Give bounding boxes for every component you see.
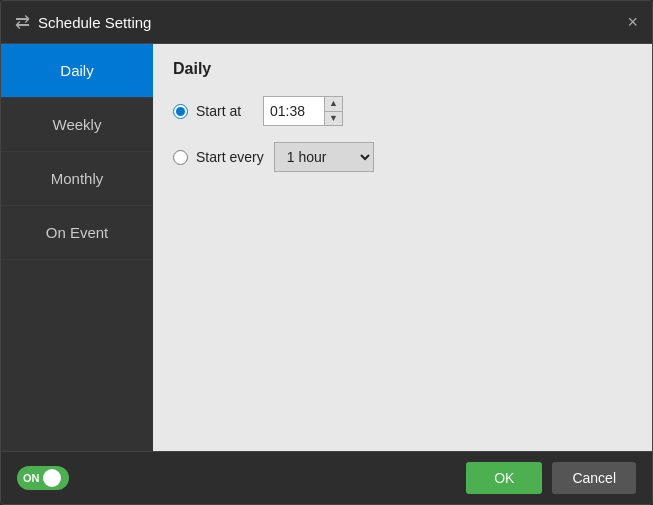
start-every-row: Start every 1 hour 2 hours 3 hours 6 hou… [173, 142, 632, 172]
toggle-knob [43, 469, 61, 487]
toggle-switch[interactable]: ON [17, 466, 69, 490]
spin-up-button[interactable]: ▲ [325, 97, 342, 111]
start-at-radio[interactable] [173, 104, 188, 119]
footer: ON OK Cancel [1, 451, 652, 504]
options-group: Start at ▲ ▼ Start every [173, 96, 632, 172]
schedule-icon: ⇄ [15, 11, 30, 33]
close-button[interactable]: × [627, 13, 638, 31]
toggle-slider [17, 466, 69, 490]
schedule-setting-dialog: ⇄ Schedule Setting × Daily Weekly Monthl… [0, 0, 653, 505]
sidebar-item-on-event[interactable]: On Event [1, 206, 153, 260]
start-every-dropdown[interactable]: 1 hour 2 hours 3 hours 6 hours 12 hours [274, 142, 374, 172]
start-every-label[interactable]: Start every [173, 149, 264, 165]
start-at-row: Start at ▲ ▼ [173, 96, 632, 126]
spin-down-button[interactable]: ▼ [325, 111, 342, 126]
spin-buttons: ▲ ▼ [324, 97, 342, 125]
sidebar-item-weekly[interactable]: Weekly [1, 98, 153, 152]
ok-button[interactable]: OK [466, 462, 542, 494]
title-bar-left: ⇄ Schedule Setting [15, 11, 151, 33]
sidebar: Daily Weekly Monthly On Event [1, 44, 153, 451]
sidebar-item-monthly[interactable]: Monthly [1, 152, 153, 206]
time-input-wrapper: ▲ ▼ [263, 96, 343, 126]
sidebar-item-daily[interactable]: Daily [1, 44, 153, 98]
time-input[interactable] [264, 97, 324, 125]
start-at-label[interactable]: Start at [173, 103, 253, 119]
main-content: Daily Weekly Monthly On Event Daily Star… [1, 44, 652, 451]
toggle-container: ON [17, 466, 69, 490]
title-bar: ⇄ Schedule Setting × [1, 1, 652, 44]
start-every-radio[interactable] [173, 150, 188, 165]
dialog-title: Schedule Setting [38, 14, 151, 31]
cancel-button[interactable]: Cancel [552, 462, 636, 494]
footer-buttons: OK Cancel [466, 462, 636, 494]
content-title: Daily [173, 60, 632, 78]
content-area: Daily Start at ▲ ▼ [153, 44, 652, 451]
